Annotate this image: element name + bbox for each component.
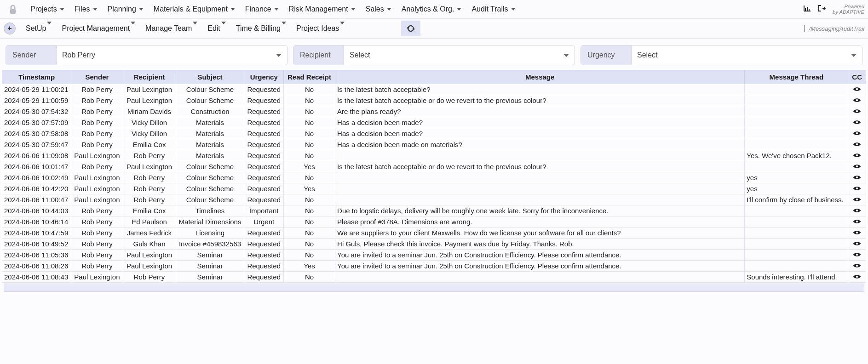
eye-icon[interactable] — [853, 273, 861, 281]
cell-urgency: Requested — [244, 161, 284, 172]
eye-icon[interactable] — [853, 174, 861, 182]
cell-cc — [848, 139, 866, 150]
col-header-cc[interactable]: CC — [848, 70, 866, 84]
eye-icon[interactable] — [853, 240, 861, 248]
secondnav-item-manage-team[interactable]: Manage Team — [145, 24, 197, 33]
cell-subject: Seminar — [176, 261, 244, 272]
cell-cc — [848, 239, 866, 250]
cell-recipient: Rob Perry — [123, 194, 176, 205]
app-logo — [4, 2, 22, 17]
cell-message-thread — [745, 117, 848, 128]
topnav-item-sales[interactable]: Sales — [366, 5, 391, 13]
col-header-urgency[interactable]: Urgency — [244, 70, 284, 84]
svg-point-11 — [856, 165, 858, 167]
eye-icon[interactable] — [853, 185, 861, 193]
eye-icon[interactable] — [853, 152, 861, 159]
eye-icon[interactable] — [853, 119, 861, 126]
col-header-subject[interactable]: Subject — [176, 70, 244, 84]
cell-timestamp: 2024-06-06 11:05:36 — [2, 250, 71, 261]
topnav-item-projects[interactable]: Projects — [30, 5, 64, 13]
cell-message: Is the latest batch acceptable? — [335, 84, 745, 95]
cell-timestamp: 2024-06-06 10:46:14 — [2, 216, 71, 228]
eye-icon[interactable] — [853, 218, 861, 226]
eye-icon[interactable] — [853, 207, 861, 215]
eye-icon[interactable] — [853, 163, 861, 171]
filter-urgency-select[interactable]: Select — [632, 46, 862, 65]
cell-sender: Paul Lexington — [71, 150, 123, 161]
svg-point-8 — [856, 132, 858, 134]
topnav-item-files[interactable]: Files — [75, 5, 98, 13]
cell-read-receipt: No — [284, 250, 335, 261]
cell-sender: Rob Perry — [71, 261, 123, 272]
eye-icon[interactable] — [853, 108, 861, 115]
logout-icon[interactable] — [818, 5, 826, 14]
table-row: 2024-05-30 07:54:32Rob PerryMiriam David… — [2, 106, 866, 117]
svg-point-19 — [856, 254, 858, 256]
eye-icon[interactable] — [853, 85, 861, 93]
cell-cc — [848, 106, 866, 117]
cell-subject: Material Dimensions — [176, 216, 244, 228]
secondnav-item-project-ideas[interactable]: Project Ideas — [296, 24, 345, 33]
cell-message — [335, 183, 745, 194]
cell-urgency: Requested — [244, 117, 284, 128]
filter-recipient-select[interactable]: Select — [344, 46, 575, 65]
eye-icon[interactable] — [853, 229, 861, 237]
col-header-message-thread[interactable]: Message Thread — [745, 70, 848, 84]
filter-sender-select[interactable]: Rob Perry — [57, 46, 287, 65]
cell-subject: Materials — [176, 150, 244, 161]
cell-cc — [848, 272, 866, 283]
col-header-timestamp[interactable]: Timestamp — [2, 70, 71, 84]
cell-cc — [848, 250, 866, 261]
col-header-read-receipt[interactable]: Read Receipt — [284, 70, 335, 84]
caret-down-icon — [60, 8, 64, 11]
refresh-button[interactable] — [401, 21, 420, 36]
cell-cc — [848, 117, 866, 128]
eye-icon[interactable] — [853, 251, 861, 259]
eye-icon[interactable] — [853, 196, 861, 204]
cell-timestamp: 2024-06-06 10:01:47 — [2, 161, 71, 172]
add-button[interactable]: + — [4, 23, 16, 34]
cell-read-receipt: No — [284, 84, 335, 95]
cell-recipient: Rob Perry — [123, 150, 176, 161]
svg-point-15 — [856, 210, 858, 211]
chart-icon[interactable] — [803, 5, 811, 14]
cell-recipient: Rob Perry — [123, 183, 176, 194]
cell-sender: Rob Perry — [71, 84, 123, 95]
topnav-item-label: Risk Management — [289, 5, 348, 13]
topnav-item-risk-management[interactable]: Risk Management — [289, 5, 356, 13]
cell-recipient: Emilia Cox — [123, 205, 176, 216]
eye-icon[interactable] — [853, 262, 861, 270]
table-row: 2024-06-06 10:49:52Rob PerryGuls KhanInv… — [2, 239, 866, 250]
cell-subject: Colour Scheme — [176, 172, 244, 183]
eye-icon[interactable] — [853, 97, 861, 104]
table-row: 2024-05-30 07:58:08Rob PerryVicky Dillon… — [2, 128, 866, 139]
cell-timestamp: 2024-06-06 11:00:47 — [2, 194, 71, 205]
cell-subject: Construction — [176, 106, 244, 117]
cell-recipient: Paul Lexington — [123, 95, 176, 106]
cell-subject: Colour Scheme — [176, 84, 244, 95]
secondnav-item-setup[interactable]: SetUp — [26, 24, 52, 33]
topnav-item-planning[interactable]: Planning — [108, 5, 144, 13]
cell-cc — [848, 128, 866, 139]
secondnav-item-project-management[interactable]: Project Management — [62, 24, 135, 33]
cell-urgency: Requested — [244, 95, 284, 106]
col-header-sender[interactable]: Sender — [71, 70, 123, 84]
cell-sender: Rob Perry — [71, 250, 123, 261]
secondnav-item-time-billing[interactable]: Time & Billing — [236, 24, 286, 33]
eye-icon[interactable] — [853, 141, 861, 148]
topnav-item-audit-trails[interactable]: Audit Trails — [471, 5, 515, 13]
secondnav-item-edit[interactable]: Edit — [207, 24, 226, 33]
col-header-message[interactable]: Message — [335, 70, 745, 84]
caret-down-icon — [457, 8, 461, 11]
svg-point-17 — [856, 232, 858, 233]
topnav-item-finance[interactable]: Finance — [245, 5, 279, 13]
cell-urgency: Requested — [244, 84, 284, 95]
cell-read-receipt: No — [284, 106, 335, 117]
eye-icon[interactable] — [853, 130, 861, 137]
topnav-item-materials-equipment[interactable]: Materials & Equipment — [154, 5, 235, 13]
filter-sender: Sender Rob Perry — [6, 45, 287, 65]
cell-urgency: Urgent — [244, 216, 284, 228]
cell-recipient: Ed Paulson — [123, 216, 176, 228]
topnav-item-analytics-org-[interactable]: Analytics & Org. — [402, 5, 462, 13]
col-header-recipient[interactable]: Recipient — [123, 70, 176, 84]
